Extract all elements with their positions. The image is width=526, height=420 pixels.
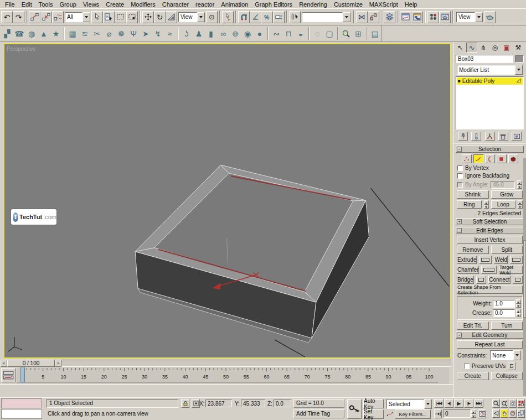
menu-modifiers[interactable]: Modifiers	[127, 1, 159, 8]
turn-button[interactable]: Turn	[491, 322, 523, 330]
scrollbar-thumb[interactable]	[523, 240, 526, 318]
rollout-edit-geometry[interactable]: -Edit Geometry	[456, 331, 524, 339]
menu-animation[interactable]: Animation	[218, 1, 251, 8]
preserve-uvs-checkbox[interactable]	[464, 364, 470, 369]
zoom-extents-all-icon[interactable]	[517, 399, 525, 408]
menu-views[interactable]: Views	[80, 1, 102, 8]
min-max-toggle-icon[interactable]	[517, 409, 525, 418]
unlink-selection-icon[interactable]	[40, 11, 52, 23]
menu-rendering[interactable]: Rendering	[296, 1, 331, 8]
select-object-icon[interactable]	[91, 11, 103, 23]
spinner-snap-icon[interactable]	[273, 11, 285, 23]
menu-group[interactable]: Group	[56, 1, 80, 8]
curve-editor-icon[interactable]	[400, 11, 411, 23]
menu-customize[interactable]: Customize	[331, 1, 366, 8]
named-selection-set-value[interactable]	[302, 12, 343, 22]
loop-button[interactable]: Loop	[491, 200, 516, 209]
barrel-icon[interactable]: ▮	[205, 27, 217, 40]
selection-set-value[interactable]: Selected	[386, 399, 424, 409]
by-angle-spinner[interactable]	[517, 180, 522, 189]
lightning-figure-icon[interactable]: ↯	[152, 27, 164, 40]
ball-icon[interactable]: ●	[254, 27, 266, 40]
go-to-start-icon[interactable]: |◀◀	[434, 399, 444, 408]
viewport-label[interactable]: Perspective	[7, 46, 35, 52]
dropdown-arrow-icon[interactable]	[515, 65, 523, 75]
extrude-settings-button[interactable]	[479, 256, 492, 264]
pin-stack-icon[interactable]	[458, 132, 468, 141]
weight-field[interactable]: 1.0	[493, 300, 515, 308]
set-key-button[interactable]: Set Key	[363, 409, 384, 419]
remove-modifier-icon[interactable]	[498, 132, 508, 141]
subobject-element-button[interactable]	[508, 154, 518, 163]
menu-graph-editors[interactable]: Graph Editors	[251, 1, 296, 8]
select-and-rotate-icon[interactable]: ↻	[154, 11, 166, 23]
x-coordinate-field[interactable]: 23.867	[205, 400, 232, 407]
subobject-border-button[interactable]	[485, 154, 495, 163]
connect-button[interactable]: Connect	[488, 276, 510, 284]
rope-icon[interactable]: ∾	[270, 27, 282, 40]
set-key-curve-icon[interactable]	[385, 409, 394, 418]
chamfer-settings-button[interactable]	[481, 266, 497, 274]
select-and-manipulate-icon[interactable]	[222, 11, 234, 23]
previous-frame-icon[interactable]: ◀|	[444, 399, 453, 408]
subobject-polygon-button[interactable]	[497, 154, 507, 163]
tab-create-tab[interactable]: ↖	[455, 43, 466, 53]
tab-utilities-tab[interactable]: ⚒	[513, 43, 524, 53]
waves-icon[interactable]: ≈	[164, 27, 176, 40]
render-type-value[interactable]: View	[456, 12, 475, 22]
collapse-icon[interactable]: -	[457, 228, 462, 233]
schematic-view-icon[interactable]	[411, 11, 423, 23]
grow-button[interactable]: Grow	[491, 190, 523, 199]
field-of-view-icon[interactable]	[492, 409, 500, 418]
stacked-boxes-icon[interactable]: ▞	[1, 27, 13, 40]
z-coordinate-field[interactable]: 0.0	[274, 400, 291, 407]
key-filters-button[interactable]: Key Filters...	[395, 409, 431, 419]
named-selection-sets-icon[interactable]: {}	[289, 11, 301, 23]
menu-create[interactable]: Create	[102, 1, 127, 8]
dart-icon[interactable]: ➤	[140, 27, 152, 40]
subobject-vertex-button[interactable]	[462, 154, 472, 163]
maxscript-mini-listener[interactable]	[1, 398, 42, 408]
edit-tri-button[interactable]: Edit Tri.	[457, 322, 489, 330]
modifier-list-value[interactable]: Modifier List	[457, 65, 515, 75]
selection-set-dropdown[interactable]: Selected	[386, 399, 432, 409]
percent-snap-icon[interactable]: %	[261, 11, 273, 23]
snap-toggle-icon[interactable]: 3	[238, 11, 250, 23]
menu-file[interactable]: File	[2, 1, 18, 8]
zoom-icon[interactable]	[492, 399, 500, 408]
play-icon[interactable]: ▶	[454, 399, 463, 408]
viewport-canvas[interactable]	[4, 44, 450, 357]
collapse-icon[interactable]: -	[457, 333, 462, 338]
disc-icon[interactable]: ◌	[311, 27, 323, 40]
select-by-name-icon[interactable]	[103, 11, 115, 23]
ignore-backfacing-checkbox[interactable]	[457, 173, 463, 179]
time-slider-next-button[interactable]: >	[55, 360, 61, 367]
window-icon[interactable]: ▢	[323, 27, 336, 40]
key-mode-toggle-icon[interactable]	[434, 409, 442, 418]
ring-spinner[interactable]	[484, 200, 489, 209]
y-coordinate-field[interactable]: 45.333	[241, 400, 265, 407]
menu-edit[interactable]: Edit	[18, 1, 35, 8]
menu-reactor[interactable]: reactor	[192, 1, 218, 8]
expand-icon[interactable]: +	[457, 219, 462, 224]
current-frame-field[interactable]: 0	[443, 409, 471, 418]
subobject-edge-button[interactable]	[473, 154, 483, 163]
by-vertex-checkbox[interactable]	[457, 165, 463, 171]
object-color-swatch[interactable]	[515, 55, 524, 63]
extrude-button[interactable]: Extrude	[457, 256, 477, 264]
connect-settings-button[interactable]	[513, 276, 523, 284]
select-and-scale-icon[interactable]	[166, 11, 177, 23]
go-to-end-icon[interactable]: ▶▶|	[474, 399, 483, 408]
tab-display-tab[interactable]: ▣	[501, 43, 512, 53]
time-slider-prev-button[interactable]: <	[1, 360, 7, 367]
gear-icon[interactable]: ☸	[115, 27, 127, 40]
biped-icon[interactable]: ♟	[193, 27, 205, 40]
remove-button[interactable]: Remove	[457, 246, 489, 254]
render-scene-icon[interactable]	[439, 11, 451, 23]
next-frame-icon[interactable]: |▶	[464, 399, 473, 408]
bind-to-space-warp-icon[interactable]	[52, 11, 64, 23]
bridge-settings-button[interactable]	[476, 276, 486, 284]
arc-rotate-icon[interactable]	[509, 409, 517, 418]
chamfer-button[interactable]: Chamfer	[457, 266, 479, 274]
filmstrip-icon[interactable]: ▤	[369, 27, 381, 40]
